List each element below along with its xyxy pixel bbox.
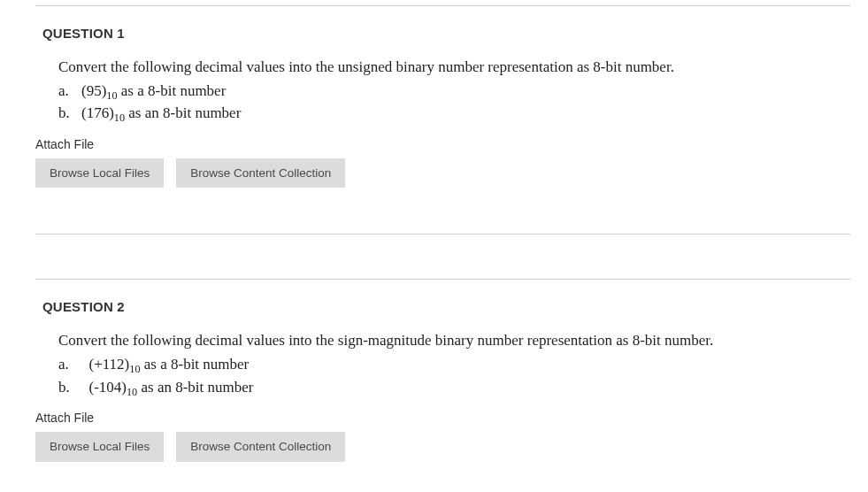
attach-file-label: Attach File bbox=[35, 411, 868, 425]
question-body: Convert the following decimal values int… bbox=[58, 57, 868, 125]
question-body: Convert the following decimal values int… bbox=[58, 330, 868, 398]
divider bbox=[35, 5, 850, 6]
browse-content-collection-button[interactable]: Browse Content Collection bbox=[176, 158, 345, 188]
list-marker: b. bbox=[58, 377, 81, 399]
attach-button-row: Browse Local Files Browse Content Collec… bbox=[35, 432, 868, 462]
attach-button-row: Browse Local Files Browse Content Collec… bbox=[35, 158, 868, 188]
list-item: a. (95)10 as a 8-bit number bbox=[58, 81, 868, 103]
attach-file-label: Attach File bbox=[35, 137, 868, 151]
question-block-1: QUESTION 1 Convert the following decimal… bbox=[0, 5, 868, 279]
divider bbox=[35, 279, 850, 280]
question-title: QUESTION 1 bbox=[42, 26, 868, 41]
question-block-2: QUESTION 2 Convert the following decimal… bbox=[0, 279, 868, 492]
question-prompt: Convert the following decimal values int… bbox=[58, 57, 868, 79]
browse-local-files-button[interactable]: Browse Local Files bbox=[35, 158, 164, 188]
divider bbox=[35, 234, 850, 234]
question-title: QUESTION 2 bbox=[42, 299, 868, 314]
list-item: a. (+112)10 as a 8-bit number bbox=[58, 354, 868, 376]
list-content: (+112)10 as a 8-bit number bbox=[81, 354, 868, 376]
question-prompt: Convert the following decimal values int… bbox=[58, 330, 868, 352]
list-item: b. (176)10 as an 8-bit number bbox=[58, 103, 868, 125]
list-marker: a. bbox=[58, 354, 81, 376]
list-content: (176)10 as an 8-bit number bbox=[81, 103, 868, 125]
browse-content-collection-button[interactable]: Browse Content Collection bbox=[176, 432, 345, 462]
list-item: b. (-104)10 as an 8-bit number bbox=[58, 377, 868, 399]
list-marker: b. bbox=[58, 103, 81, 125]
list-content: (95)10 as a 8-bit number bbox=[81, 81, 868, 103]
browse-local-files-button[interactable]: Browse Local Files bbox=[35, 432, 164, 462]
list-content: (-104)10 as an 8-bit number bbox=[81, 377, 868, 399]
list-marker: a. bbox=[58, 81, 81, 103]
